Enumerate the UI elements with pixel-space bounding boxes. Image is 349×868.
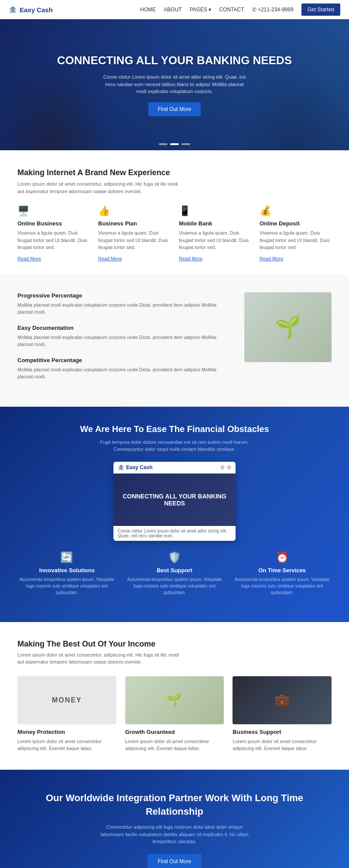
blue-section: We Are Here To Ease The Financial Obstac…: [0, 407, 349, 622]
hero-dots: [159, 143, 190, 145]
nav-contact[interactable]: CONTACT: [219, 7, 244, 13]
business-image: 💼: [233, 676, 332, 724]
income-desc-0: Lorem ipsum dolor sit amet consectetur a…: [17, 738, 116, 752]
time-icon: ⏰: [233, 551, 332, 564]
info-left: Progressive Percentage Mollitia placeat …: [17, 292, 227, 389]
video-card-header: 🏦 Easy Cash: [113, 462, 236, 474]
video-thumbnail[interactable]: CONNECTING ALL YOUR BANKING NEEDS: [113, 474, 236, 526]
read-more-1[interactable]: Read More: [98, 256, 122, 261]
income-heading: Making The Best Out Of Your Income: [17, 640, 332, 649]
info-item-1: Easy Documentation Mollitia placeat modi…: [17, 325, 227, 348]
income-card-money: MONEY Money Protection Lorem ipsum dolor…: [17, 676, 116, 752]
blue-feature-desc-0: Assumenda temporibus quidem ipsum. Volup…: [17, 576, 116, 596]
cta-section: Our Worldwide Integration Partner Work W…: [0, 770, 349, 868]
video-heading: CONNECTING ALL YOUR BANKING NEEDS: [118, 493, 231, 507]
cta-button[interactable]: Find Out More: [147, 854, 202, 868]
nav-pages[interactable]: PAGES ▾: [190, 7, 212, 13]
feature-mobile-bank: 📱 Mobile Bank Vivamus a ligula quam. Dui…: [179, 205, 251, 262]
info-desc-1: Mollitia placeat modi explicabo voluptat…: [17, 334, 227, 348]
online-deposit-icon: 💰: [260, 205, 332, 217]
hero-section: CONNECTING ALL YOUR BANKING NEEDS Conse …: [0, 19, 349, 150]
income-desc-2: Lorem ipsum dolor sit amet consectetur a…: [233, 738, 332, 752]
blue-heading: We Are Here To Ease The Financial Obstac…: [17, 424, 332, 434]
blue-feature-title-1: Best Support: [125, 567, 224, 574]
blue-feature-desc-2: Assumenda temporibus quidem ipsum. Volup…: [233, 576, 332, 596]
blue-desc: Fugit tempora dolor dolore recusandae es…: [92, 439, 257, 453]
income-card-plant: 🌱 Growth Guranteed Lorem ipsum dolor sit…: [125, 676, 224, 752]
hero-desc: Conse ctetur Lorem ipsum dolor sit amet …: [100, 73, 249, 95]
feature-desc-1: Vivamus a ligula quam. Duis feugiat tort…: [98, 229, 170, 251]
read-more-2[interactable]: Read More: [179, 256, 202, 261]
nav-home[interactable]: HOME: [140, 7, 156, 13]
blue-feature-title-0: Innovative Solutions: [17, 567, 116, 574]
income-section: Making The Best Out Of Your Income Lorem…: [0, 622, 349, 770]
hero-dot-1[interactable]: [159, 143, 168, 145]
video-card-logo: 🏦 Easy Cash: [118, 464, 153, 470]
feature-online-business: 🖥️ Online Business Vivamus a ligula quam…: [17, 205, 89, 262]
income-title-0: Money Protection: [17, 729, 116, 735]
navigation: 🏦 Easy Cash HOME ABOUT PAGES ▾ CONTACT ✆…: [0, 0, 349, 19]
feature-business-plan: 👍 Business Plan Vivamus a ligula quam. D…: [98, 205, 170, 262]
video-ctrl-2[interactable]: [227, 465, 231, 470]
income-sub: Lorem ipsum dolor sit amet consectetur, …: [17, 651, 183, 666]
feature-desc-2: Vivamus a ligula quam. Duis feugiat tort…: [179, 229, 251, 251]
features-sub: Lorem ipsum dolor sit amet consectetur, …: [17, 180, 183, 195]
income-grid: MONEY Money Protection Lorem ipsum dolor…: [17, 676, 332, 752]
online-business-icon: 🖥️: [17, 205, 89, 217]
hero-content: CONNECTING ALL YOUR BANKING NEEDS Conse …: [48, 45, 301, 124]
feature-title-1: Business Plan: [98, 220, 170, 227]
cta-heading: Our Worldwide Integration Partner Work W…: [17, 792, 332, 819]
find-out-more-button[interactable]: Find Out More: [148, 102, 201, 116]
income-title-1: Growth Guranteed: [125, 729, 224, 735]
video-card-controls: [220, 465, 231, 470]
blue-feature-2: ⏰ On Time Services Assumenda temporibus …: [233, 551, 332, 605]
blue-feature-1: 🛡️ Best Support Assumenda temporibus qui…: [125, 551, 224, 605]
money-image: MONEY: [17, 676, 116, 724]
innovative-icon: 🔄: [17, 551, 116, 564]
hero-dot-2[interactable]: [170, 143, 179, 145]
info-section: Progressive Percentage Mollitia placeat …: [0, 275, 349, 407]
hero-dot-3[interactable]: [181, 143, 190, 145]
nav-about[interactable]: ABOUT: [164, 7, 181, 13]
features-grid: 🖥️ Online Business Vivamus a ligula quam…: [17, 205, 332, 262]
feature-title-3: Online Deposit: [260, 220, 332, 227]
info-title-0: Progressive Percentage: [17, 292, 227, 299]
nav-links: HOME ABOUT PAGES ▾ CONTACT ✆ +211-234-99…: [140, 3, 340, 16]
info-item-2: Competitive Percentage Mollitia placeat …: [17, 357, 227, 380]
logo[interactable]: 🏦 Easy Cash: [9, 6, 53, 14]
video-logo-icon: 🏦: [118, 464, 124, 470]
income-desc-1: Lorem ipsum dolor sit amet consectetur a…: [125, 738, 224, 752]
info-right: 🌱: [244, 292, 332, 362]
features-heading: Making Internet A Brand New Experience: [17, 168, 332, 178]
video-caption: Conse ctetur Lorem ipsum dolor sit amet …: [113, 526, 236, 541]
feature-title-0: Online Business: [17, 220, 89, 227]
info-image: 🌱: [244, 292, 332, 362]
blue-feature-title-2: On Time Services: [233, 567, 332, 574]
info-title-2: Competitive Percentage: [17, 357, 227, 363]
blue-feature-0: 🔄 Innovative Solutions Assumenda tempori…: [17, 551, 116, 605]
income-title-2: Business Support: [233, 729, 332, 735]
read-more-3[interactable]: Read More: [260, 256, 283, 261]
get-started-button[interactable]: Get Started: [301, 3, 340, 16]
logo-icon: 🏦: [9, 6, 17, 14]
cta-desc: Consectetur adipiscing elit fuga nostrum…: [100, 823, 249, 845]
info-desc-2: Mollitia placeat modi explicabo voluptat…: [17, 366, 227, 380]
hero-heading: CONNECTING ALL YOUR BANKING NEEDS: [57, 53, 292, 68]
plant-icon: 🌱: [275, 315, 301, 339]
plant-image: 🌱: [125, 676, 224, 724]
features-section: Making Internet A Brand New Experience L…: [0, 150, 349, 275]
blue-feature-desc-1: Assumenda temporibus quidem ipsum. Volup…: [125, 576, 224, 596]
support-icon: 🛡️: [125, 551, 224, 564]
info-title-1: Easy Documentation: [17, 325, 227, 331]
mobile-bank-icon: 📱: [179, 205, 251, 217]
blue-features-grid: 🔄 Innovative Solutions Assumenda tempori…: [17, 551, 332, 605]
feature-desc-0: Vivamus a ligula quam. Duis feugiat tort…: [17, 229, 89, 251]
feature-online-deposit: 💰 Online Deposit Vivamus a ligula quam. …: [260, 205, 332, 262]
nav-phone: ✆ +211-234-9999: [252, 7, 294, 13]
income-card-business: 💼 Business Support Lorem ipsum dolor sit…: [233, 676, 332, 752]
info-desc-0: Mollitia placeat modi explicabo voluptat…: [17, 301, 227, 316]
read-more-0[interactable]: Read More: [17, 256, 41, 261]
info-item-0: Progressive Percentage Mollitia placeat …: [17, 292, 227, 316]
video-ctrl-1[interactable]: [220, 465, 225, 470]
feature-title-2: Mobile Bank: [179, 220, 251, 227]
